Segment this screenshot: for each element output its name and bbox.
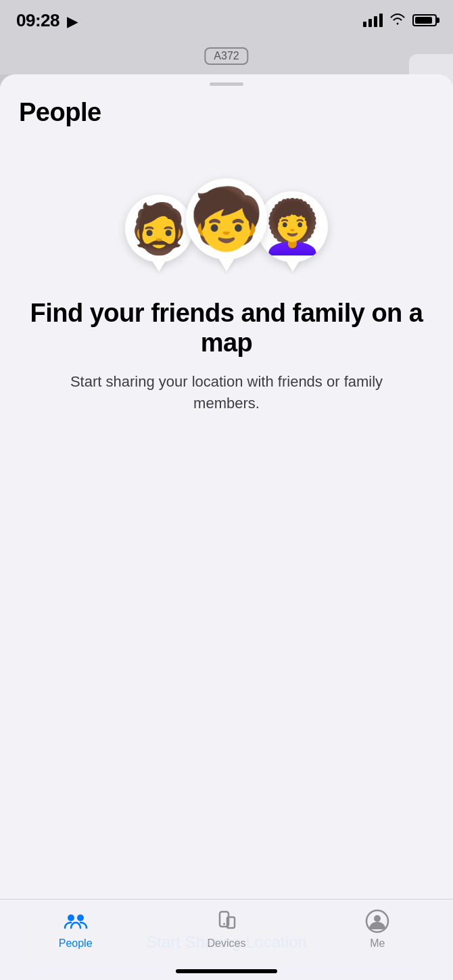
avatar-pin-right <box>286 261 300 272</box>
status-time: 09:28 ▶ <box>16 10 76 31</box>
tab-people[interactable]: People <box>8 909 143 950</box>
devices-icon <box>214 909 239 933</box>
location-icon: ▶ <box>67 14 77 29</box>
tab-people-label: People <box>59 937 93 950</box>
tab-me[interactable]: Me <box>310 909 445 950</box>
hero-subtitle: Start sharing your location with friends… <box>57 371 396 414</box>
svg-point-1 <box>77 914 84 921</box>
wifi-icon <box>389 13 406 28</box>
status-icons <box>363 13 437 28</box>
content-area: 🧔 🧒 👩‍🦱 Find your friends and family o <box>0 137 453 904</box>
svg-point-4 <box>223 923 225 925</box>
avatar-emoji-left: 🧔 <box>128 204 189 253</box>
avatar-center: 🧒 <box>186 178 267 272</box>
tab-me-label: Me <box>370 937 385 950</box>
svg-point-0 <box>68 914 74 921</box>
page-title: People <box>19 98 434 127</box>
avatar-circle-center: 🧒 <box>186 178 267 260</box>
me-icon <box>365 909 389 933</box>
avatar-pin-center <box>218 258 235 272</box>
avatar-circle-left: 🧔 <box>125 195 193 262</box>
sheet-handle-area: A372 <box>0 41 453 74</box>
chip-badge: A372 <box>204 47 248 65</box>
hero-title: Find your friends and family on a map <box>27 299 426 358</box>
page-header: People <box>0 86 453 137</box>
main-sheet: People 🧔 🧒 👩‍🦱 <box>0 74 453 980</box>
avatar-right: 👩‍🦱 <box>257 191 328 272</box>
signal-icon <box>363 14 383 27</box>
avatar-emoji-center: 🧒 <box>189 189 264 249</box>
tab-devices[interactable]: Devices <box>159 909 294 950</box>
tab-devices-label: Devices <box>208 937 246 950</box>
tab-bar: People Devices Me <box>0 899 453 980</box>
svg-point-6 <box>374 915 381 922</box>
battery-icon <box>412 14 437 26</box>
avatar-group: 🧔 🧒 👩‍🦱 <box>118 150 335 272</box>
avatar-emoji-right: 👩‍🦱 <box>260 201 325 253</box>
people-icon <box>64 909 88 933</box>
home-indicator <box>176 969 277 973</box>
avatar-left: 🧔 <box>125 195 193 272</box>
avatar-pin-left <box>152 261 166 272</box>
status-bar: 09:28 ▶ <box>0 0 453 41</box>
avatar-circle-right: 👩‍🦱 <box>257 191 328 262</box>
